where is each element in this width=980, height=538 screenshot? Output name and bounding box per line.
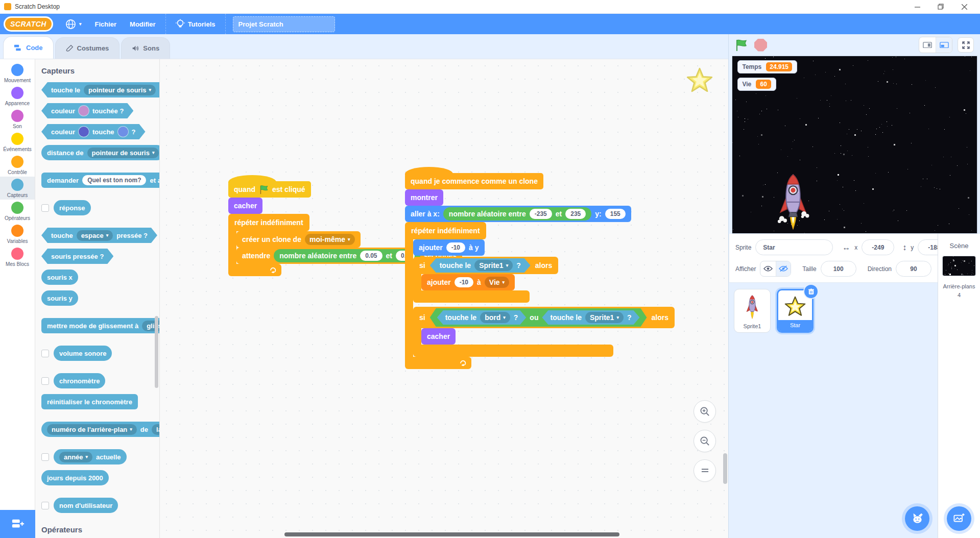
code-workspace[interactable]: quand est cliqué cacher répéter indéfini… [160,59,728,538]
block-touche-le-sprite1[interactable]: touche leSprite1? [430,258,531,273]
block-ou[interactable]: touche lebord? ou touche leSprite1? [430,308,647,327]
c-block-bottom[interactable] [413,345,613,357]
green-flag-button[interactable] [735,39,748,52]
block-quand-drapeau-clique[interactable]: quand est cliqué [228,181,311,198]
block-nombre-aleatoire[interactable]: nombre aléatoire entre0.05et0.5 [274,249,420,262]
close-button[interactable] [952,0,976,13]
dropdown-sprite1[interactable]: Sprite1 [474,260,513,271]
menu-edit[interactable]: Modifier [123,15,162,33]
block-souris-x[interactable]: souris x [41,270,78,285]
language-selector[interactable]: ▾ [59,14,88,35]
dropdown-la-scene[interactable]: la scène [152,424,160,435]
dropdown-espace[interactable]: espace [77,230,113,241]
tab-code[interactable]: Code [3,36,54,59]
monitor-checkbox[interactable] [41,350,49,357]
script-when-clone-starts[interactable]: quand je commence comme un clone montrer… [405,166,675,369]
block-distance-de[interactable]: distance depointeur de souris [41,145,160,160]
block-touche-le-sprite1[interactable]: touche leSprite1? [542,310,639,325]
category-controle[interactable]: Contrôle [0,154,35,177]
block-creer-clone[interactable]: créer un clone demoi-même [236,231,361,248]
small-stage-button[interactable] [919,37,936,53]
horizontal-scrollbar[interactable] [284,532,619,536]
monitor-checkbox[interactable] [41,204,49,212]
dropdown-vie[interactable]: Vie [485,277,509,288]
dropdown-pointeur-de-souris[interactable]: pointeur de souris [87,148,159,158]
x-position-field[interactable]: -249 [862,239,894,255]
dropdown-bord[interactable]: bord [480,312,510,323]
block-montrer[interactable]: montrer [405,189,443,206]
block-jours-depuis-2000[interactable]: jours depuis 2000 [41,470,109,485]
direction-field[interactable]: 90 [896,261,931,277]
block-repeter-indefiniment[interactable]: répéter indéfiniment ajouter-10à y si to… [405,222,675,369]
color-swatch[interactable] [79,127,89,137]
block-quand-je-commence-clone[interactable]: quand je commence comme un clone [405,173,543,189]
dropdown-annee[interactable]: année [59,452,92,462]
zoom-out-button[interactable] [694,430,716,452]
large-stage-button[interactable] [936,37,952,53]
block-reinitialiser-chronometre[interactable]: réinitialiser le chronomètre [41,394,138,409]
menu-tutorials[interactable]: Tutoriels [169,14,222,34]
block-reponse[interactable]: réponse [54,200,91,215]
block-couleur-touche-couleur[interactable]: couleurtouche? [41,124,146,139]
menu-file[interactable]: Fichier [88,15,123,33]
block-cacher[interactable]: cacher [228,198,262,214]
project-name-input[interactable] [233,16,335,32]
monitor-checkbox[interactable] [41,453,49,461]
monitor-checkbox[interactable] [41,377,49,385]
number-input[interactable]: 235 [565,209,586,219]
block-touche-pressee[interactable]: toucheespacepressée ? [41,228,157,243]
dropdown-pointeur-de-souris[interactable]: pointeur de souris [84,85,156,95]
category-operateurs[interactable]: Opérateurs [0,200,35,223]
block-annee-actuelle[interactable]: annéeactuelle [54,449,127,464]
backdrop-thumbnail[interactable] [942,256,976,276]
block-souris-y[interactable]: souris y [41,290,78,306]
variable-monitor-vie[interactable]: Vie 60 [737,78,777,91]
block-si-touche-bord-ou-sprite1[interactable]: si touche lebord? ou touche leSprite1? a… [413,307,675,357]
rocket-sprite[interactable] [774,173,812,232]
block-souris-pressee[interactable]: souris pressée ? [41,249,113,264]
hide-sprite-button[interactable] [776,261,791,276]
add-extension-button[interactable] [0,510,35,538]
sprite-card-sprite1[interactable]: Sprite1 [734,289,771,333]
category-capteurs[interactable]: Capteurs [0,177,35,200]
block-nom-utilisateur[interactable]: nom d'utilisateur [54,498,118,513]
category-variables[interactable]: Variables [0,223,35,246]
block-touche-le[interactable]: touche lepointeur de souris? [41,82,160,97]
tab-costumes[interactable]: Costumes [55,37,120,59]
block-ajouter-a-y[interactable]: ajouter-10à y [413,239,485,256]
c-block-bottom[interactable] [413,290,530,303]
add-sprite-button[interactable] [905,506,929,531]
text-input-field[interactable]: Quel est ton nom? [82,175,146,185]
fullscreen-button[interactable] [958,37,974,53]
monitor-checkbox[interactable] [41,502,49,509]
block-chronometre[interactable]: chronomètre [54,373,105,388]
sprite-name-input[interactable] [755,239,833,255]
number-input[interactable]: -10 [455,277,473,287]
block-cacher[interactable]: cacher [421,328,456,345]
color-swatch[interactable] [118,127,128,137]
c-block-bottom[interactable] [228,264,281,276]
show-sprite-button[interactable] [760,261,775,276]
color-swatch[interactable] [79,106,89,116]
block-couleur-touchee[interactable]: couleurtouchée ? [41,103,133,118]
number-input[interactable]: -10 [446,242,465,253]
category-son[interactable]: Son [0,108,35,131]
stage[interactable]: Temps 24.915 Vie 60 [732,56,977,234]
stop-button[interactable] [754,39,767,52]
category-mes-blocs[interactable]: Mes Blocs [0,246,35,268]
block-nombre-aleatoire[interactable]: nombre aléatoire entre-235et235 [443,207,591,221]
zoom-reset-button[interactable] [694,459,716,482]
category-mouvement[interactable]: Mouvement [0,62,35,85]
block-ajouter-a-vie[interactable]: ajouter-10àVie [421,274,515,290]
size-field[interactable]: 100 [821,261,856,277]
delete-sprite-button[interactable] [804,285,818,298]
c-block-bottom[interactable] [405,357,471,369]
block-touche-le-bord[interactable]: touche lebord? [437,310,527,325]
zoom-in-button[interactable] [694,400,716,423]
block-si-touche-sprite1[interactable]: si touche leSprite1? alors ajouter-10àVi… [413,257,558,303]
variable-monitor-temps[interactable]: Temps 24.915 [737,60,798,74]
sprite-card-star[interactable]: Star [777,289,814,333]
add-backdrop-button[interactable] [947,506,971,531]
scratch-logo[interactable]: SCRATCH [5,18,52,30]
block-aller-a-xy[interactable]: aller à x: nombre aléatoire entre-235et2… [405,206,631,222]
